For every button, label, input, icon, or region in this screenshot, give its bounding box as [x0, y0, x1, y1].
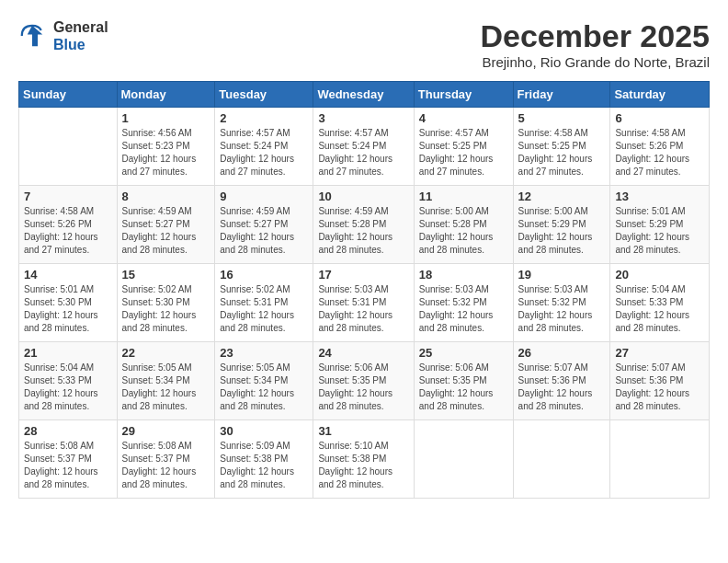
day-number: 23: [220, 346, 308, 360]
calendar-cell: 20Sunrise: 5:04 AM Sunset: 5:33 PM Dayli…: [610, 264, 710, 342]
calendar-cell: 29Sunrise: 5:08 AM Sunset: 5:37 PM Dayli…: [117, 420, 215, 499]
calendar-cell: 27Sunrise: 5:07 AM Sunset: 5:36 PM Dayli…: [610, 342, 710, 420]
calendar-cell: 21Sunrise: 5:04 AM Sunset: 5:33 PM Dayli…: [19, 342, 118, 420]
day-number: 12: [518, 190, 606, 203]
day-number: 18: [419, 268, 508, 282]
day-number: 28: [24, 424, 112, 438]
day-info: Sunrise: 5:08 AM Sunset: 5:37 PM Dayligh…: [24, 440, 112, 491]
day-info: Sunrise: 5:04 AM Sunset: 5:33 PM Dayligh…: [24, 362, 112, 413]
day-info: Sunrise: 4:58 AM Sunset: 5:26 PM Dayligh…: [24, 205, 112, 257]
logo-general: General: [53, 18, 108, 36]
day-info: Sunrise: 5:03 AM Sunset: 5:32 PM Dayligh…: [419, 283, 508, 335]
calendar-cell: 7Sunrise: 4:58 AM Sunset: 5:26 PM Daylig…: [19, 186, 118, 264]
calendar-cell: 14Sunrise: 5:01 AM Sunset: 5:30 PM Dayli…: [19, 264, 118, 342]
logo-icon: [18, 22, 46, 50]
day-info: Sunrise: 5:06 AM Sunset: 5:35 PM Dayligh…: [419, 362, 508, 413]
title-section: December 2025 Brejinho, Rio Grande do No…: [480, 18, 710, 70]
col-header-tuesday: Tuesday: [215, 82, 313, 108]
calendar-cell: 23Sunrise: 5:05 AM Sunset: 5:34 PM Dayli…: [215, 342, 313, 420]
day-number: 8: [122, 190, 210, 203]
day-number: 5: [518, 111, 606, 125]
day-info: Sunrise: 4:56 AM Sunset: 5:23 PM Dayligh…: [122, 127, 210, 178]
day-number: 11: [419, 190, 508, 203]
day-info: Sunrise: 5:02 AM Sunset: 5:31 PM Dayligh…: [220, 283, 308, 335]
day-number: 31: [318, 424, 408, 438]
day-info: Sunrise: 4:59 AM Sunset: 5:27 PM Dayligh…: [220, 205, 308, 257]
calendar-cell: 31Sunrise: 5:10 AM Sunset: 5:38 PM Dayli…: [313, 420, 414, 499]
header: General Blue December 2025 Brejinho, Rio…: [18, 18, 710, 70]
day-number: 26: [518, 346, 606, 360]
day-info: Sunrise: 5:05 AM Sunset: 5:34 PM Dayligh…: [220, 362, 308, 413]
col-header-friday: Friday: [513, 82, 610, 108]
day-number: 25: [419, 346, 508, 360]
day-number: 13: [615, 190, 704, 203]
day-info: Sunrise: 5:06 AM Sunset: 5:35 PM Dayligh…: [318, 362, 408, 413]
calendar-cell: 26Sunrise: 5:07 AM Sunset: 5:36 PM Dayli…: [513, 342, 610, 420]
day-number: 22: [122, 346, 210, 360]
calendar-week-3: 14Sunrise: 5:01 AM Sunset: 5:30 PM Dayli…: [19, 264, 710, 342]
day-number: 19: [518, 268, 606, 282]
calendar-week-2: 7Sunrise: 4:58 AM Sunset: 5:26 PM Daylig…: [19, 186, 710, 264]
day-number: 9: [220, 190, 308, 203]
day-number: 21: [24, 346, 112, 360]
calendar-cell: 10Sunrise: 4:59 AM Sunset: 5:28 PM Dayli…: [313, 186, 414, 264]
day-number: 3: [318, 111, 408, 125]
calendar-cell: 3Sunrise: 4:57 AM Sunset: 5:24 PM Daylig…: [313, 108, 414, 186]
day-info: Sunrise: 4:59 AM Sunset: 5:28 PM Dayligh…: [318, 205, 408, 257]
day-info: Sunrise: 4:59 AM Sunset: 5:27 PM Dayligh…: [122, 205, 210, 257]
calendar-cell: [610, 420, 710, 499]
day-info: Sunrise: 5:07 AM Sunset: 5:36 PM Dayligh…: [615, 362, 704, 413]
day-info: Sunrise: 5:08 AM Sunset: 5:37 PM Dayligh…: [122, 440, 210, 491]
day-info: Sunrise: 4:57 AM Sunset: 5:24 PM Dayligh…: [220, 127, 308, 178]
calendar-week-4: 21Sunrise: 5:04 AM Sunset: 5:33 PM Dayli…: [19, 342, 710, 420]
day-number: 7: [24, 190, 112, 203]
calendar-cell: 28Sunrise: 5:08 AM Sunset: 5:37 PM Dayli…: [19, 420, 118, 499]
day-number: 30: [220, 424, 308, 438]
day-info: Sunrise: 5:03 AM Sunset: 5:32 PM Dayligh…: [518, 283, 606, 335]
calendar-week-1: 1Sunrise: 4:56 AM Sunset: 5:23 PM Daylig…: [19, 108, 710, 186]
day-number: 20: [615, 268, 704, 282]
day-number: 1: [122, 111, 210, 125]
calendar-cell: 15Sunrise: 5:02 AM Sunset: 5:30 PM Dayli…: [117, 264, 215, 342]
calendar-table: SundayMondayTuesdayWednesdayThursdayFrid…: [18, 81, 710, 499]
calendar-cell: 30Sunrise: 5:09 AM Sunset: 5:38 PM Dayli…: [215, 420, 313, 499]
logo-blue: Blue: [53, 36, 108, 53]
day-number: 24: [318, 346, 408, 360]
day-info: Sunrise: 5:09 AM Sunset: 5:38 PM Dayligh…: [220, 440, 308, 491]
calendar-cell: 6Sunrise: 4:58 AM Sunset: 5:26 PM Daylig…: [610, 108, 710, 186]
day-number: 4: [419, 111, 508, 125]
calendar-week-5: 28Sunrise: 5:08 AM Sunset: 5:37 PM Dayli…: [19, 420, 710, 499]
day-info: Sunrise: 4:58 AM Sunset: 5:25 PM Dayligh…: [518, 127, 606, 178]
calendar-cell: 17Sunrise: 5:03 AM Sunset: 5:31 PM Dayli…: [313, 264, 414, 342]
day-number: 10: [318, 190, 408, 203]
day-number: 2: [220, 111, 308, 125]
day-number: 29: [122, 424, 210, 438]
day-info: Sunrise: 5:00 AM Sunset: 5:29 PM Dayligh…: [518, 205, 606, 257]
day-number: 17: [318, 268, 408, 282]
day-number: 27: [615, 346, 704, 360]
day-info: Sunrise: 4:58 AM Sunset: 5:26 PM Dayligh…: [615, 127, 704, 178]
calendar-cell: 13Sunrise: 5:01 AM Sunset: 5:29 PM Dayli…: [610, 186, 710, 264]
col-header-sunday: Sunday: [19, 82, 118, 108]
day-info: Sunrise: 5:00 AM Sunset: 5:28 PM Dayligh…: [419, 205, 508, 257]
calendar-cell: 8Sunrise: 4:59 AM Sunset: 5:27 PM Daylig…: [117, 186, 215, 264]
subtitle: Brejinho, Rio Grande do Norte, Brazil: [480, 54, 710, 70]
calendar-cell: [414, 420, 513, 499]
calendar-cell: 18Sunrise: 5:03 AM Sunset: 5:32 PM Dayli…: [414, 264, 513, 342]
calendar-cell: 19Sunrise: 5:03 AM Sunset: 5:32 PM Dayli…: [513, 264, 610, 342]
day-info: Sunrise: 5:10 AM Sunset: 5:38 PM Dayligh…: [318, 440, 408, 491]
day-number: 14: [24, 268, 112, 282]
calendar-cell: 2Sunrise: 4:57 AM Sunset: 5:24 PM Daylig…: [215, 108, 313, 186]
day-info: Sunrise: 4:57 AM Sunset: 5:25 PM Dayligh…: [419, 127, 508, 178]
calendar-cell: 1Sunrise: 4:56 AM Sunset: 5:23 PM Daylig…: [117, 108, 215, 186]
day-number: 16: [220, 268, 308, 282]
calendar-cell: 12Sunrise: 5:00 AM Sunset: 5:29 PM Dayli…: [513, 186, 610, 264]
calendar-cell: [513, 420, 610, 499]
day-number: 6: [615, 111, 704, 125]
day-info: Sunrise: 5:04 AM Sunset: 5:33 PM Dayligh…: [615, 283, 704, 335]
calendar-cell: 5Sunrise: 4:58 AM Sunset: 5:25 PM Daylig…: [513, 108, 610, 186]
day-number: 15: [122, 268, 210, 282]
day-info: Sunrise: 5:02 AM Sunset: 5:30 PM Dayligh…: [122, 283, 210, 335]
logo: General Blue: [18, 18, 108, 53]
col-header-wednesday: Wednesday: [313, 82, 414, 108]
